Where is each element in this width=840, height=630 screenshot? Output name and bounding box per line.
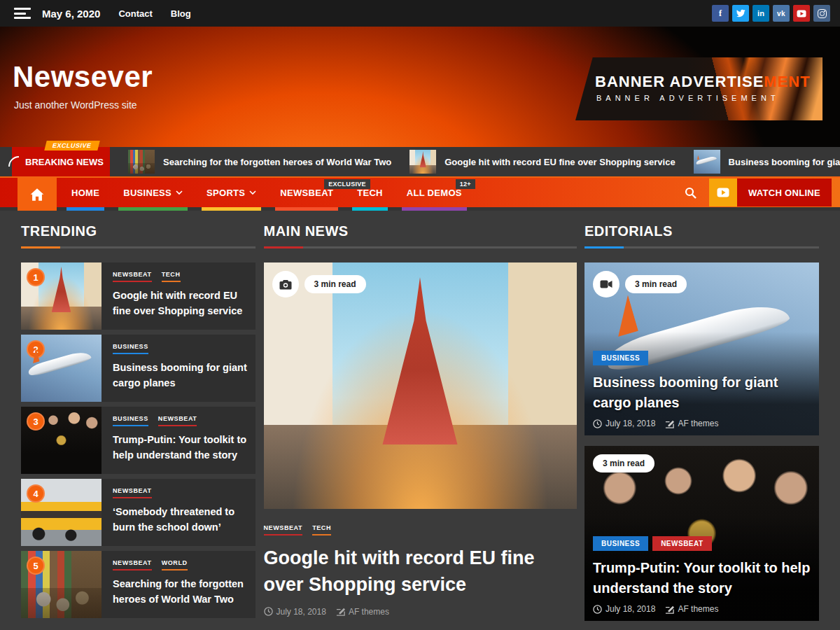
category-label[interactable]: BUSINESS — [113, 415, 148, 426]
section-rule — [584, 246, 819, 248]
ticker-item[interactable]: Business booming for giant cargo planes — [694, 150, 840, 174]
read-time-badge: 3 min read — [625, 275, 687, 293]
trending-item[interactable]: 1 NEWSBEATTECH Google hit with record EU… — [21, 262, 255, 330]
main-article-title[interactable]: Google hit with record EU fine over Shop… — [264, 545, 577, 598]
blog-link[interactable]: Blog — [171, 8, 191, 19]
instagram-icon[interactable] — [813, 5, 830, 22]
nav-accent-bar — [118, 207, 188, 211]
youtube-icon[interactable] — [793, 5, 810, 22]
read-time-badge: 3 min read — [304, 275, 366, 293]
date-text: May 6, 2020 — [42, 8, 100, 20]
article-title[interactable]: ‘Somebody threatened to burn the school … — [113, 505, 247, 536]
author-edit-icon — [665, 419, 674, 428]
ticker-headline[interactable]: Google hit with record EU fine over Shop… — [444, 157, 675, 167]
linkedin-glyph: in — [757, 9, 764, 18]
category-label[interactable]: TECH — [312, 524, 331, 536]
article-title[interactable]: Business booming for giant cargo planes — [593, 372, 812, 413]
rank-badge: 1 — [27, 268, 45, 286]
home-icon-button[interactable] — [18, 178, 57, 211]
article-title[interactable]: Trump-Putin: Your toolkit to help unders… — [113, 433, 247, 463]
ticker-item[interactable]: Google hit with record EU fine over Shop… — [410, 150, 675, 174]
article-title[interactable]: Business booming for giant cargo planes — [113, 360, 247, 391]
nav-accent-bar — [66, 207, 104, 211]
category-label[interactable]: TECH — [162, 271, 181, 282]
category-label[interactable]: NEWSBEAT — [113, 487, 152, 498]
camera-icon — [272, 271, 299, 298]
chevron-down-icon — [176, 190, 183, 195]
read-time-badge: 3 min read — [593, 454, 654, 472]
article-thumbnail: 2 — [21, 335, 102, 402]
editorial-card[interactable]: 3 min read BUSINESS Business booming for… — [584, 262, 819, 435]
category-badge[interactable]: BUSINESS — [593, 351, 648, 365]
ticker-item[interactable]: Searching for the forgotten heroes of Wo… — [128, 150, 391, 174]
category-label[interactable]: WORLD — [162, 559, 188, 570]
section-title-main-news: MAIN NEWS — [264, 223, 577, 239]
editorial-card[interactable]: 3 min read BUSINESS NEWSBEAT Trump-Putin… — [584, 446, 819, 621]
editorials-column: EDITORIALS 3 min read BUSINESS Business … — [584, 223, 819, 623]
nav-item-all-demos[interactable]: 12+ ALL DEMOS — [398, 178, 471, 207]
article-author[interactable]: AF themes — [349, 607, 389, 617]
article-author[interactable]: AF themes — [678, 419, 718, 428]
trending-item[interactable]: 4 NEWSBEAT ‘Somebody threatened to burn … — [21, 479, 255, 546]
nav-item-tech[interactable]: EXCLUSIVE TECH — [348, 178, 392, 207]
vk-glyph: vk — [777, 10, 785, 18]
nav-item-sports[interactable]: SPORTS — [197, 178, 265, 207]
category-label[interactable]: NEWSBEAT — [113, 271, 152, 282]
rank-badge: 2 — [27, 340, 45, 358]
content: TRENDING 1 NEWSBEATTECH Google hit with … — [0, 211, 840, 623]
trending-item[interactable]: 5 NEWSBEATWORLD Searching for the forgot… — [21, 551, 255, 618]
chevron-down-icon — [249, 190, 256, 195]
twitter-bird-glyph — [736, 9, 746, 18]
ticker-headline[interactable]: Business booming for giant cargo planes — [729, 157, 840, 167]
ticker-thumbnail — [694, 150, 720, 174]
linkedin-icon[interactable]: in — [752, 5, 769, 22]
breaking-news-block[interactable]: EXCLUSIVE BREAKING NEWS — [12, 147, 110, 176]
category-badge[interactable]: BUSINESS — [593, 536, 648, 551]
category-badge[interactable]: NEWSBEAT — [652, 536, 711, 551]
article-author[interactable]: AF themes — [678, 604, 718, 614]
nav-accent-bar — [202, 207, 261, 211]
vk-icon[interactable]: vk — [773, 5, 790, 22]
site-tagline: Just another WordPress site — [14, 99, 137, 111]
section-title-editorials: EDITORIALS — [584, 223, 819, 239]
menu-icon[interactable] — [14, 8, 31, 19]
category-label[interactable]: NEWSBEAT — [113, 559, 152, 570]
article-title[interactable]: Trump-Putin: Your toolkit to help unders… — [593, 558, 812, 598]
ticker-headline[interactable]: Searching for the forgotten heroes of Wo… — [163, 157, 391, 167]
trending-item[interactable]: 2 BUSINESS Business booming for giant ca… — [21, 335, 255, 402]
trending-item[interactable]: 3 BUSINESSNEWSBEAT Trump-Putin: Your too… — [21, 407, 255, 474]
main-news-column: MAIN NEWS 3 min read NEWSBEAT TECH Googl… — [264, 223, 577, 623]
contact-link[interactable]: Contact — [118, 8, 152, 19]
rank-badge: 5 — [27, 556, 45, 575]
nav-accent-bar — [275, 207, 338, 211]
main-article-image[interactable]: 3 min read — [264, 262, 577, 509]
article-date: July 18, 2018 — [276, 607, 326, 617]
ticker-thumbnail — [128, 150, 155, 174]
watch-online-button[interactable]: WATCH ONLINE — [709, 178, 832, 206]
site-title[interactable]: Newsever — [13, 60, 153, 94]
page: May 6, 2020 Contact Blog f in vk Newseve… — [0, 0, 840, 630]
article-thumbnail: 1 — [21, 262, 102, 330]
home-icon — [29, 188, 45, 202]
category-label[interactable]: NEWSBEAT — [264, 524, 303, 536]
category-label[interactable]: NEWSBEAT — [158, 415, 197, 426]
facebook-icon[interactable]: f — [712, 5, 729, 22]
rank-badge: 4 — [27, 484, 45, 503]
nav-item-home[interactable]: HOME — [62, 178, 108, 207]
search-icon[interactable] — [676, 181, 705, 204]
banner-advertisement[interactable]: BANNER ADVERTISEMENT BANNER ADVERTISEMEN… — [575, 57, 822, 120]
ticker-thumbnail — [410, 150, 436, 174]
section-rule — [21, 246, 255, 248]
article-thumbnail: 3 — [21, 407, 102, 474]
article-meta: July 18, 2018 AF themes — [593, 604, 812, 614]
nav-item-business[interactable]: BUSINESS — [114, 178, 192, 207]
twitter-icon[interactable] — [732, 5, 749, 22]
nav-accent-bar — [402, 207, 467, 211]
category-label[interactable]: BUSINESS — [113, 343, 148, 354]
article-title[interactable]: Searching for the forgotten heroes of Wo… — [113, 577, 247, 608]
breaking-news-label: BREAKING NEWS — [25, 157, 104, 167]
article-title[interactable]: Google hit with record EU fine over Shop… — [113, 288, 247, 319]
rank-badge: 3 — [27, 412, 45, 430]
facebook-glyph: f — [719, 8, 722, 19]
nav-right: WATCH ONLINE — [676, 178, 840, 206]
